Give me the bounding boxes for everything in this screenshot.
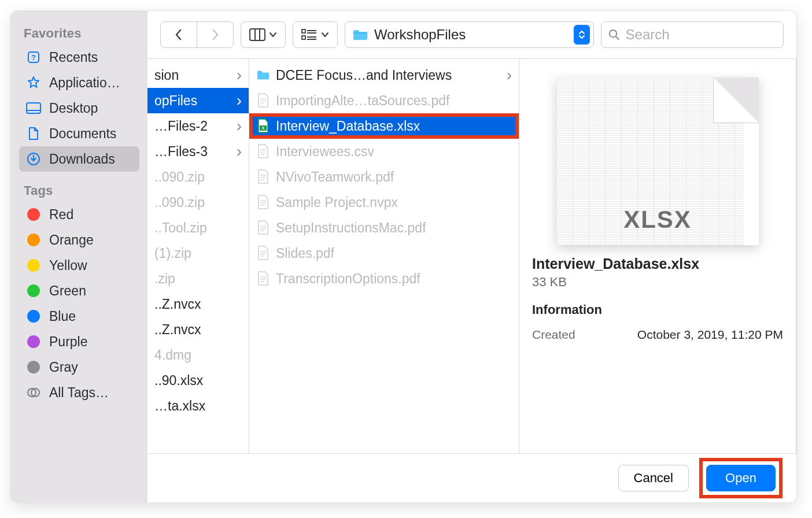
sidebar-item-downloads[interactable]: Downloads bbox=[19, 146, 139, 172]
column1-item: .zip bbox=[147, 266, 249, 291]
chevron-down-icon bbox=[269, 32, 277, 38]
search-field[interactable] bbox=[601, 21, 784, 48]
location-label: WorkshopFiles bbox=[374, 27, 568, 43]
favorites-heading: Favorites bbox=[19, 14, 139, 45]
column1-item[interactable]: ..90.xlsx bbox=[147, 368, 249, 393]
svg-text:?: ? bbox=[31, 53, 36, 62]
item-label: SetupInstructionsMac.pdf bbox=[276, 220, 512, 236]
sidebar-tag-green[interactable]: Green bbox=[19, 278, 139, 304]
column1-item[interactable]: ..Z.nvcx bbox=[147, 291, 249, 317]
item-label: …ta.xlsx bbox=[154, 398, 242, 414]
back-button[interactable] bbox=[160, 21, 197, 48]
sidebar-item-recents[interactable]: ?Recents bbox=[19, 45, 139, 70]
column1-item[interactable]: sion› bbox=[147, 62, 249, 88]
svg-rect-2 bbox=[27, 103, 40, 113]
column2-item[interactable]: DCEE Focus…and Interviews› bbox=[249, 62, 519, 88]
preview-filesize: 33 KB bbox=[532, 275, 783, 290]
column1-item[interactable]: …Files-2› bbox=[147, 113, 249, 139]
folder-icon bbox=[352, 28, 368, 41]
item-label: NVivoTeamwork.pdf bbox=[276, 169, 512, 185]
sidebar: Favorites ?RecentsApplicatio…DesktopDocu… bbox=[11, 11, 147, 502]
sidebar-item-label: Gray bbox=[49, 360, 78, 375]
preview-created-row: Created October 3, 2019, 11:20 PM bbox=[532, 328, 783, 342]
chevron-right-icon bbox=[211, 28, 220, 41]
column1-item[interactable]: ..Z.nvcx bbox=[147, 317, 249, 342]
main-area: WorkshopFiles sion›opFiles›…Files-2›…Fil… bbox=[147, 11, 796, 502]
tags-list: RedOrangeYellowGreenBluePurpleGray bbox=[19, 202, 139, 380]
folder-icon bbox=[256, 68, 270, 82]
item-label: ..Z.nvcx bbox=[154, 322, 242, 338]
column2-item: ImportingAlte…taSources.pdf bbox=[249, 88, 519, 113]
sidebar-item-label: Red bbox=[49, 207, 73, 223]
dialog-footer: Cancel Open bbox=[147, 453, 796, 502]
preview-column: XLSX Interview_Database.xlsx 33 KB Infor… bbox=[519, 59, 796, 453]
search-input[interactable] bbox=[625, 26, 776, 43]
sidebar-item-desktop[interactable]: Desktop bbox=[19, 95, 139, 121]
tag-dot-icon bbox=[27, 335, 40, 348]
file-open-dialog: Favorites ?RecentsApplicatio…DesktopDocu… bbox=[10, 10, 797, 503]
file-type-badge: XLSX bbox=[623, 206, 692, 234]
column1-item[interactable]: …ta.xlsx bbox=[147, 393, 249, 419]
item-label: ImportingAlte…taSources.pdf bbox=[276, 93, 512, 109]
column1-item: ..090.zip bbox=[147, 164, 249, 190]
column1-item[interactable]: opFiles› bbox=[147, 88, 249, 113]
sidebar-tag-blue[interactable]: Blue bbox=[19, 304, 139, 329]
column1-item[interactable]: …Files-3› bbox=[147, 139, 249, 164]
column2-item: TranscriptionOptions.pdf bbox=[249, 266, 519, 291]
sidebar-item-applicatio[interactable]: Applicatio… bbox=[19, 70, 139, 95]
tag-dot-icon bbox=[27, 310, 40, 323]
item-label: DCEE Focus…and Interviews bbox=[276, 68, 501, 83]
sidebar-item-documents[interactable]: Documents bbox=[19, 121, 139, 146]
cancel-button[interactable]: Cancel bbox=[618, 465, 689, 491]
pdf-icon bbox=[256, 246, 270, 260]
search-icon bbox=[608, 28, 620, 41]
pdf-icon bbox=[256, 272, 270, 286]
svg-line-17 bbox=[616, 37, 618, 39]
preview-created-value: October 3, 2019, 11:20 PM bbox=[637, 328, 783, 342]
svg-rect-11 bbox=[302, 36, 305, 39]
item-label: …Files-2 bbox=[154, 119, 231, 134]
sidebar-item-label: Documents bbox=[49, 126, 116, 142]
item-label: ..90.xlsx bbox=[154, 373, 242, 388]
chevron-right-icon: › bbox=[237, 92, 242, 109]
sidebar-item-all-tags[interactable]: All Tags… bbox=[19, 380, 139, 405]
tag-dot-icon bbox=[27, 259, 40, 272]
document-icon bbox=[26, 127, 41, 140]
grid-group-icon bbox=[301, 28, 318, 41]
location-popup[interactable]: WorkshopFiles bbox=[345, 21, 594, 48]
column2-item: Interviewees.csv bbox=[249, 139, 519, 164]
group-by-button[interactable] bbox=[293, 21, 338, 48]
chevron-left-icon bbox=[174, 28, 183, 41]
view-columns-button[interactable] bbox=[241, 21, 286, 48]
sidebar-tag-yellow[interactable]: Yellow bbox=[19, 253, 139, 278]
tag-dot-icon bbox=[27, 284, 40, 297]
column2-item[interactable]: XInterview_Database.xlsx bbox=[249, 113, 519, 139]
pdf-icon bbox=[256, 170, 270, 184]
clock-icon: ? bbox=[26, 50, 41, 64]
column2-item: SetupInstructionsMac.pdf bbox=[249, 215, 519, 240]
column-2: DCEE Focus…and Interviews›ImportingAlte…… bbox=[249, 59, 519, 453]
csv-icon bbox=[256, 145, 270, 158]
open-button[interactable]: Open bbox=[706, 465, 776, 491]
sidebar-tag-orange[interactable]: Orange bbox=[19, 227, 139, 253]
column1-item: (1).zip bbox=[147, 240, 249, 266]
nvpx-icon bbox=[256, 195, 270, 209]
tag-dot-icon bbox=[27, 361, 40, 373]
column1-item: 4.dmg bbox=[147, 342, 249, 368]
column2-item: Sample Project.nvpx bbox=[249, 190, 519, 215]
svg-point-16 bbox=[610, 30, 617, 37]
chevron-right-icon: › bbox=[237, 67, 242, 83]
item-label: ..Z.nvcx bbox=[154, 297, 242, 312]
pdf-icon bbox=[256, 221, 270, 235]
column1-item: ..090.zip bbox=[147, 190, 249, 215]
tags-icon bbox=[26, 386, 41, 399]
desktop-icon bbox=[26, 102, 41, 114]
item-label: (1).zip bbox=[154, 246, 242, 261]
sidebar-tag-red[interactable]: Red bbox=[19, 202, 139, 227]
svg-rect-10 bbox=[302, 29, 305, 33]
sidebar-tag-purple[interactable]: Purple bbox=[19, 329, 139, 354]
sidebar-tag-gray[interactable]: Gray bbox=[19, 354, 139, 380]
forward-button[interactable] bbox=[197, 21, 234, 48]
column2-item: NVivoTeamwork.pdf bbox=[249, 164, 519, 190]
item-label: TranscriptionOptions.pdf bbox=[276, 271, 512, 287]
